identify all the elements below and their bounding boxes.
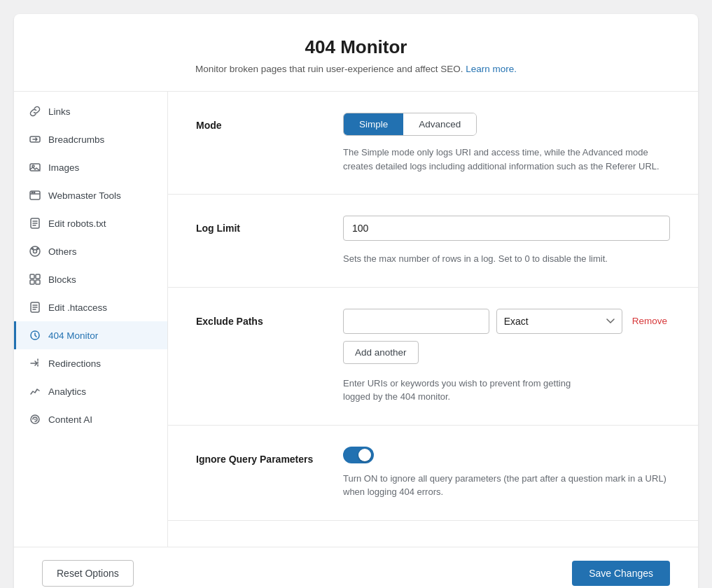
exclude-paths-label: Exclude Paths: [196, 309, 322, 327]
ignore-query-row: Ignore Query Parameters Turn ON to ignor…: [196, 447, 670, 499]
app-container: 404 Monitor Monitor broken pages that ru…: [14, 14, 698, 588]
simple-mode-button[interactable]: Simple: [344, 113, 403, 135]
exclude-paths-control: Exact Contains Starts with Ends with Reg…: [343, 309, 670, 404]
analytics-icon: [29, 385, 41, 398]
blocks-icon: [29, 273, 41, 286]
sidebar-item-label: Edit robots.txt: [48, 218, 106, 229]
sidebar-item-label: Breadcrumbs: [48, 134, 104, 145]
path-input[interactable]: [343, 309, 489, 334]
sidebar-item-label: Links: [48, 106, 71, 117]
ignore-query-toggle[interactable]: [343, 447, 374, 463]
svg-point-8: [34, 250, 37, 253]
log-limit-control: Sets the max number of rows in a log. Se…: [343, 216, 670, 266]
sidebar-item-analytics[interactable]: Analytics: [14, 377, 167, 405]
links-icon: [29, 105, 41, 118]
htaccess-icon: [29, 301, 41, 314]
mode-section: Mode Simple Advanced The Simple mode onl…: [168, 92, 698, 195]
svg-rect-12: [36, 274, 40, 279]
log-limit-input[interactable]: [343, 216, 670, 241]
sidebar-item-edit-htaccess[interactable]: Edit .htaccess: [14, 293, 167, 321]
webmaster-icon: [29, 189, 41, 202]
path-type-select[interactable]: Exact Contains Starts with Ends with Reg…: [496, 309, 622, 334]
add-another-button[interactable]: Add another: [343, 341, 419, 364]
sidebar-item-label: Edit .htaccess: [48, 302, 107, 313]
svg-rect-14: [36, 280, 40, 284]
svg-rect-13: [30, 280, 34, 284]
sidebar-item-links[interactable]: Links: [14, 97, 167, 125]
header-subtitle: Monitor broken pages that ruin user-expe…: [28, 64, 684, 74]
log-limit-row: Log Limit Sets the max number of rows in…: [196, 216, 670, 266]
toggle-track: [343, 447, 374, 463]
footer: Reset Options Save Changes: [14, 547, 698, 588]
images-icon: [29, 161, 41, 174]
svg-point-9: [32, 248, 34, 250]
breadcrumbs-icon: [29, 133, 41, 146]
page-header: 404 Monitor Monitor broken pages that ru…: [14, 14, 698, 92]
remove-path-button[interactable]: Remove: [629, 316, 670, 326]
sidebar-item-edit-robots[interactable]: Edit robots.txt: [14, 209, 167, 237]
ignore-query-description: Turn ON to ignore all query parameters (…: [343, 472, 670, 499]
sidebar-item-redirections[interactable]: Redirections: [14, 349, 167, 377]
sidebar-item-breadcrumbs[interactable]: Breadcrumbs: [14, 125, 167, 153]
robots-icon: [29, 217, 41, 230]
sidebar: Links Breadcrumbs: [14, 92, 168, 547]
svg-point-4: [32, 192, 33, 193]
content-ai-icon: [29, 413, 41, 426]
mode-toggle: Simple Advanced: [343, 113, 477, 136]
svg-point-17: [34, 419, 36, 420]
log-limit-description: Sets the max number of rows in a log. Se…: [343, 252, 670, 266]
sidebar-item-label: Content AI: [48, 414, 92, 425]
mode-description: The Simple mode only logs URI and access…: [343, 146, 670, 173]
monitor-icon: [29, 329, 41, 342]
sidebar-item-label: Redirections: [48, 358, 101, 369]
content-layout: Links Breadcrumbs: [14, 92, 698, 547]
sidebar-item-label: Blocks: [48, 274, 76, 285]
mode-label: Mode: [196, 113, 322, 131]
sidebar-item-label: 404 Monitor: [48, 330, 98, 341]
svg-point-5: [34, 192, 35, 193]
exclude-paths-description: Enter URIs or keywords you wish to preve…: [343, 377, 670, 404]
log-limit-section: Log Limit Sets the max number of rows in…: [168, 195, 698, 288]
sidebar-item-label: Others: [48, 246, 77, 257]
reset-options-button[interactable]: Reset Options: [42, 560, 134, 587]
sidebar-item-webmaster-tools[interactable]: Webmaster Tools: [14, 181, 167, 209]
sidebar-item-label: Images: [48, 162, 79, 173]
exclude-path-row: Exact Contains Starts with Ends with Reg…: [343, 309, 670, 334]
exclude-paths-row: Exclude Paths Exact Contains Starts with…: [196, 309, 670, 404]
sidebar-item-images[interactable]: Images: [14, 153, 167, 181]
mode-control: Simple Advanced The Simple mode only log…: [343, 113, 670, 173]
ignore-query-section: Ignore Query Parameters Turn ON to ignor…: [168, 426, 698, 521]
learn-more-link[interactable]: Learn more.: [466, 64, 517, 74]
mode-row: Mode Simple Advanced The Simple mode onl…: [196, 113, 670, 173]
sidebar-item-label: Webmaster Tools: [48, 190, 121, 201]
svg-rect-11: [30, 274, 34, 279]
toggle-container: [343, 447, 670, 463]
log-limit-label: Log Limit: [196, 216, 322, 234]
main-content: Mode Simple Advanced The Simple mode onl…: [168, 92, 698, 547]
ignore-query-label: Ignore Query Parameters: [196, 447, 322, 465]
page-title: 404 Monitor: [28, 36, 684, 58]
svg-point-10: [37, 248, 39, 250]
sidebar-item-label: Analytics: [48, 386, 86, 397]
svg-point-7: [30, 246, 40, 256]
save-changes-button[interactable]: Save Changes: [572, 561, 670, 586]
sidebar-item-blocks[interactable]: Blocks: [14, 265, 167, 293]
ignore-query-control: Turn ON to ignore all query parameters (…: [343, 447, 670, 499]
toggle-thumb: [358, 449, 371, 461]
redirections-icon: [29, 357, 41, 370]
sidebar-item-404-monitor[interactable]: 404 Monitor: [14, 321, 167, 349]
others-icon: [29, 245, 41, 258]
sidebar-item-content-ai[interactable]: Content AI: [14, 405, 167, 433]
exclude-paths-section: Exclude Paths Exact Contains Starts with…: [168, 288, 698, 426]
advanced-mode-button[interactable]: Advanced: [403, 113, 476, 135]
sidebar-item-others[interactable]: Others: [14, 237, 167, 265]
